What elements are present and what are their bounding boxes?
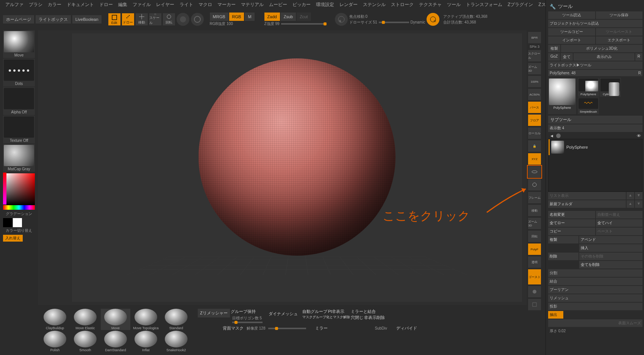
home-button[interactable]: ホームページ bbox=[3, 15, 34, 24]
brush-smooth[interactable]: Smooth bbox=[70, 331, 100, 352]
zoom-button[interactable]: ズーム3D bbox=[528, 63, 541, 74]
menu-macro[interactable]: マクロ bbox=[196, 1, 214, 9]
zintensity-slider[interactable] bbox=[281, 23, 327, 25]
menu-alpha[interactable]: アルファ bbox=[3, 1, 26, 9]
sculptris-button[interactable] bbox=[191, 13, 204, 26]
main-color[interactable] bbox=[3, 218, 12, 227]
close-holes-button[interactable]: 穴閉じ bbox=[351, 315, 363, 320]
menu-document[interactable]: ドキュメント bbox=[64, 1, 96, 9]
project-section[interactable]: 投影 bbox=[548, 303, 642, 310]
perspective-button[interactable]: パース bbox=[528, 102, 541, 113]
brush-tile[interactable]: Move bbox=[3, 30, 35, 58]
subtool-header[interactable]: サブツール bbox=[548, 116, 642, 124]
mirror-weld-button[interactable]: ミラーと結合 bbox=[351, 309, 385, 314]
duplicate-button[interactable]: 複製 bbox=[548, 236, 578, 243]
rotate-y-axis-button[interactable] bbox=[528, 166, 541, 178]
drawsize-slider[interactable] bbox=[379, 22, 409, 23]
boolean-section[interactable]: ブーリアン bbox=[548, 286, 642, 294]
menu-prefs[interactable]: 環境設定 bbox=[314, 1, 336, 9]
brush-move-topological[interactable]: Move Topologica bbox=[131, 309, 161, 330]
make-polymesh-button[interactable]: ポリメッシュ3D化 bbox=[561, 45, 642, 52]
color-picker[interactable] bbox=[3, 173, 35, 210]
delete-button[interactable]: 削除 bbox=[548, 253, 578, 260]
goz-r-button[interactable]: R bbox=[635, 53, 642, 61]
lazy-mouse-button[interactable]: S bbox=[335, 13, 348, 26]
back-mask-button[interactable]: 背面マスク bbox=[223, 325, 244, 331]
zintensity-value[interactable]: 99 bbox=[275, 22, 279, 26]
zoom-3d-button[interactable]: ズーム3D bbox=[528, 218, 541, 229]
alpha-tile[interactable]: Alpha Off bbox=[3, 87, 35, 115]
scroll-button[interactable]: スクロール bbox=[528, 50, 541, 61]
viewport[interactable] bbox=[38, 30, 527, 305]
active-tool-name[interactable]: PolySphere. 48R bbox=[548, 70, 642, 76]
extract-button[interactable]: 抽出 bbox=[548, 311, 563, 319]
lock-camera-button[interactable]: 🔒 bbox=[528, 140, 541, 152]
brush-snakehook2[interactable]: SnakeHook2 bbox=[161, 331, 191, 352]
subtool-list[interactable]: PolySphere bbox=[548, 139, 642, 192]
rotate-3d-button[interactable]: 回転 bbox=[528, 231, 541, 242]
brush-move-elastic[interactable]: Move Elastic bbox=[70, 309, 100, 330]
menu-material[interactable]: マテリアル bbox=[239, 1, 266, 9]
lightbox-tools-button[interactable]: ライトボックス▶ツール bbox=[548, 61, 642, 69]
menu-stroke[interactable]: ストローク bbox=[389, 1, 416, 9]
import-button[interactable]: インポート bbox=[548, 36, 595, 44]
mrgb-button[interactable]: MRGB bbox=[210, 13, 228, 21]
list-display-button[interactable]: リスト表示 bbox=[548, 192, 626, 199]
tool-polysphere-small[interactable]: PolySphere bbox=[578, 78, 599, 97]
half-size-button[interactable]: AC50% bbox=[528, 89, 541, 100]
material-tile[interactable]: MatCap Gray bbox=[3, 144, 35, 172]
rename-button[interactable]: 名前変更 bbox=[548, 211, 595, 218]
rgb-button[interactable]: RGB bbox=[229, 13, 244, 21]
zcut-button[interactable]: Zcut bbox=[297, 13, 311, 21]
liveboolean-button[interactable]: LiveBoolean bbox=[72, 15, 102, 24]
menu-color[interactable]: カラー bbox=[45, 1, 64, 9]
dynamesh-button[interactable]: ダイナメッシュ bbox=[265, 309, 302, 319]
mirror-button[interactable]: ミラー bbox=[315, 325, 328, 331]
menu-transform[interactable]: トランスフォーム bbox=[464, 1, 505, 9]
move-mode-button[interactable]: 移動 bbox=[136, 13, 148, 25]
brush-claybuildup[interactable]: ClayBuildup bbox=[40, 309, 70, 330]
delete-other-button[interactable]: その他を削除 bbox=[579, 253, 642, 260]
switch-color-button[interactable]: 入れ替え bbox=[3, 235, 23, 242]
zsub-button[interactable]: Zsub bbox=[281, 13, 296, 21]
rgb-intensity-value[interactable]: 100 bbox=[227, 22, 233, 26]
menu-edit[interactable]: 編集 bbox=[116, 1, 130, 9]
mask-group-unmask-button[interactable]: マスクグループ化とマスク解除 bbox=[302, 315, 350, 320]
texture-tile[interactable]: Texture Off bbox=[3, 116, 35, 143]
subdiv-label[interactable]: SubDiv bbox=[375, 326, 387, 330]
export-button[interactable]: エクスポート bbox=[596, 36, 643, 44]
target-poly-slider[interactable] bbox=[232, 322, 263, 323]
m-button[interactable]: M bbox=[245, 13, 254, 21]
list-down-button[interactable]: ▼ bbox=[635, 192, 642, 199]
keep-groups-button[interactable]: グループ保持 bbox=[231, 309, 264, 314]
bpr-button[interactable]: BPR bbox=[528, 32, 541, 43]
gizmo-button[interactable] bbox=[177, 13, 189, 26]
menu-picker[interactable]: ピッカー bbox=[290, 1, 313, 9]
xyz-button[interactable]: XYZ bbox=[528, 153, 541, 165]
tool-cylinder[interactable]: Cylinder3D bbox=[600, 78, 621, 97]
actual-size-button[interactable]: 100% bbox=[528, 76, 541, 87]
auto-groups-button[interactable]: 自動グループ bbox=[302, 309, 327, 314]
secondary-color[interactable] bbox=[13, 218, 22, 227]
divide-button[interactable]: ディバイド bbox=[396, 325, 417, 331]
lightbox-button[interactable]: ライトボックス bbox=[36, 15, 71, 24]
move-up-button[interactable]: ▲ bbox=[627, 200, 634, 208]
polyframe-button[interactable]: PolyF bbox=[528, 243, 541, 255]
surface-smooth-label[interactable]: 表面スムーズ bbox=[548, 319, 642, 327]
visible-count-value[interactable]: 4 bbox=[562, 126, 564, 130]
stroke-tile[interactable]: Dots bbox=[3, 59, 35, 86]
solo-button[interactable] bbox=[528, 286, 541, 297]
menu-stencil[interactable]: ステンシル bbox=[361, 1, 388, 9]
target-poly-value[interactable]: 5 bbox=[260, 316, 262, 320]
all-high-button[interactable]: 全てハイ bbox=[596, 219, 643, 227]
paste-tool-button[interactable]: ツールペースト bbox=[596, 28, 643, 36]
move-3d-button[interactable]: 移動 bbox=[528, 205, 541, 216]
auto-reorder-button[interactable]: 自動並べ替え bbox=[596, 211, 643, 218]
menu-movie[interactable]: ムービー bbox=[267, 1, 289, 9]
tool-polysphere-large[interactable]: PolySphere bbox=[548, 78, 576, 114]
brush-polish[interactable]: Polish bbox=[40, 331, 70, 352]
thickness-value[interactable]: 0.02 bbox=[558, 329, 566, 333]
polysphere-mesh[interactable] bbox=[199, 58, 395, 256]
new-folder-button[interactable]: 新規フォルダ bbox=[548, 200, 626, 208]
scale-mode-button[interactable]: スケール bbox=[149, 13, 161, 25]
